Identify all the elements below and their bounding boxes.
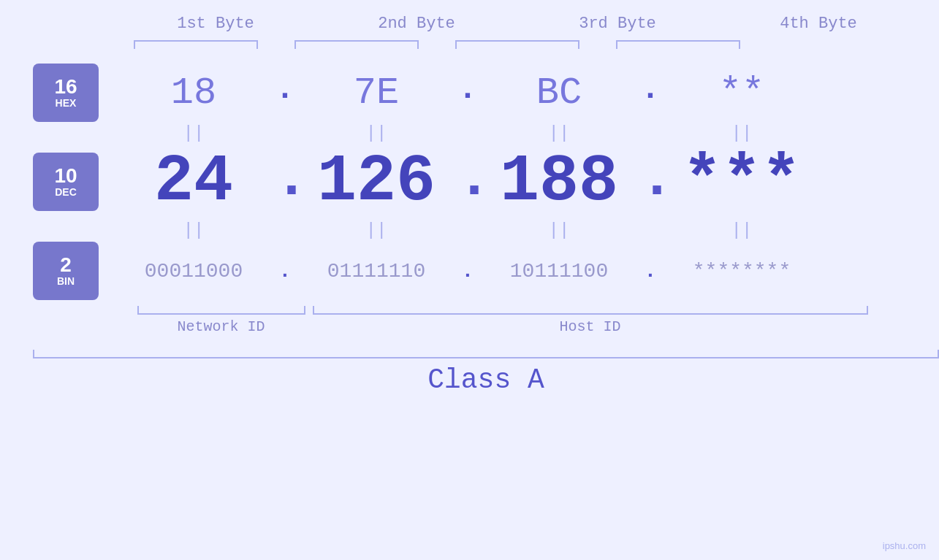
dec-byte-3-cell: 188 — [479, 145, 639, 219]
dec-byte-1: 24 — [154, 145, 233, 219]
dec-byte-2: 126 — [317, 145, 436, 219]
host-bracket — [313, 306, 868, 315]
dec-badge-number: 10 — [54, 166, 77, 186]
equals-2: || — [296, 123, 457, 143]
main-container: 1st Byte 2nd Byte 3rd Byte 4th Byte 16 H… — [0, 0, 939, 560]
bin-byte-1: 00011000 — [145, 260, 243, 283]
equals-row-2: || || || || — [0, 220, 939, 240]
hex-bytes-row: 18 . 7E . BC . ** — [99, 72, 939, 115]
equals-7: || — [479, 220, 639, 240]
equals-5: || — [113, 220, 274, 240]
hex-byte-3-cell: BC — [479, 72, 639, 115]
bracket-line-2 — [294, 40, 419, 49]
equals-4: || — [661, 123, 822, 143]
network-id-label: Network ID — [137, 318, 305, 335]
hex-byte-4: ** — [719, 72, 764, 115]
bin-bytes-row: 00011000 . 01111110 . 10111100 . *******… — [99, 260, 939, 283]
bin-dot-2: . — [457, 260, 479, 283]
host-id-label: Host ID — [313, 318, 868, 335]
hex-dot-2: . — [457, 71, 479, 107]
bracket-seg-1 — [115, 40, 276, 49]
hex-byte-1-cell: 18 — [113, 72, 274, 115]
hex-byte-3: BC — [536, 72, 582, 115]
dec-dot-1: . — [274, 145, 296, 212]
labels-row: Network ID Host ID — [137, 318, 940, 335]
dec-byte-3: 188 — [500, 145, 618, 219]
hex-badge-label: HEX — [56, 97, 77, 109]
equals-1: || — [113, 123, 274, 143]
hex-dot-3: . — [639, 71, 661, 107]
dec-dot-2: . — [457, 145, 479, 212]
dec-byte-1-cell: 24 — [113, 145, 274, 219]
dec-byte-4: *** — [683, 145, 801, 219]
hex-data-row: 16 HEX 18 . 7E . BC . ** — [0, 64, 939, 122]
bracket-line-1 — [134, 40, 258, 49]
byte-header-3: 3rd Byte — [537, 15, 698, 33]
bin-byte-3: 10111100 — [510, 260, 608, 283]
equals-3: || — [479, 123, 639, 143]
bin-badge: 2 BIN — [33, 242, 99, 300]
bin-byte-4: ******** — [693, 260, 791, 283]
network-bracket — [137, 306, 305, 315]
hex-byte-2: 7E — [354, 72, 399, 115]
dec-dot-3: . — [639, 145, 661, 212]
bin-data-row: 2 BIN 00011000 . 01111110 . 10111100 . *… — [0, 242, 939, 300]
byte-headers-row: 1st Byte 2nd Byte 3rd Byte 4th Byte — [115, 15, 919, 33]
dec-byte-2-cell: 126 — [296, 145, 457, 219]
bin-dot-1: . — [274, 260, 296, 283]
watermark: ipshu.com — [883, 540, 926, 551]
hex-dot-1: . — [274, 71, 296, 107]
equals-row-1: || || || || — [0, 123, 939, 143]
bottom-bracket-row — [137, 306, 940, 315]
equals-6: || — [296, 220, 457, 240]
bracket-seg-2 — [276, 40, 437, 49]
hex-badge-number: 16 — [54, 77, 77, 97]
dec-data-row: 10 DEC 24 . 126 . 188 . *** — [0, 145, 939, 219]
bracket-line-4 — [616, 40, 740, 49]
hex-byte-4-cell: ** — [661, 72, 822, 115]
dec-byte-4-cell: *** — [661, 145, 822, 219]
bin-byte-2: 01111110 — [327, 260, 425, 283]
byte-header-2: 2nd Byte — [336, 15, 497, 33]
class-section: Class A — [33, 350, 939, 396]
hex-byte-1: 18 — [171, 72, 216, 115]
bracket-seg-4 — [598, 40, 759, 49]
byte-header-4: 4th Byte — [738, 15, 899, 33]
bracket-line-3 — [455, 40, 579, 49]
bin-byte-1-cell: 00011000 — [113, 260, 274, 283]
top-bracket-row — [115, 40, 919, 49]
bin-badge-label: BIN — [57, 275, 75, 287]
bin-byte-3-cell: 10111100 — [479, 260, 639, 283]
byte-header-1: 1st Byte — [135, 15, 296, 33]
dec-badge-label: DEC — [55, 186, 77, 198]
bin-byte-2-cell: 01111110 — [296, 260, 457, 283]
dec-badge: 10 DEC — [33, 153, 99, 211]
equals-8: || — [661, 220, 822, 240]
bin-byte-4-cell: ******** — [661, 260, 822, 283]
dec-bytes-row: 24 . 126 . 188 . *** — [99, 145, 939, 219]
class-bracket — [33, 350, 939, 358]
bracket-seg-3 — [437, 40, 598, 49]
bin-dot-3: . — [639, 260, 661, 283]
hex-byte-2-cell: 7E — [296, 72, 457, 115]
hex-badge: 16 HEX — [33, 64, 99, 122]
bin-badge-number: 2 — [60, 255, 72, 275]
class-label: Class A — [33, 364, 939, 396]
